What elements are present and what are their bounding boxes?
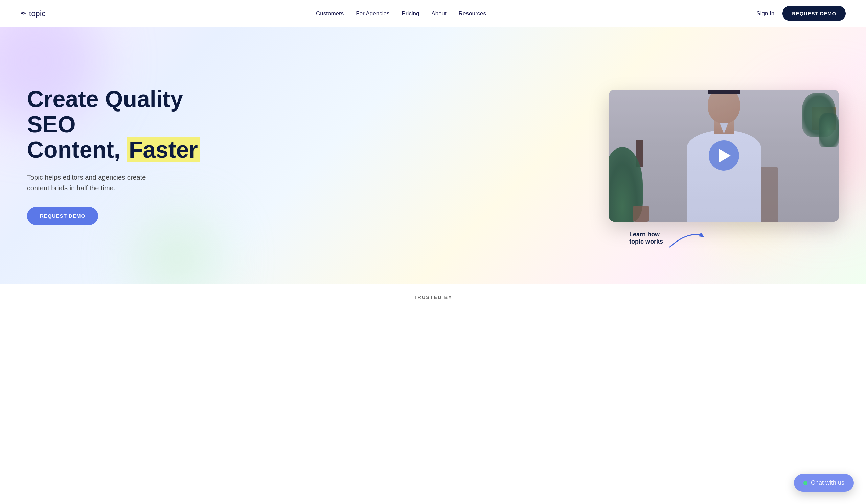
blob-green (135, 216, 220, 284)
learn-how-label: Learn how topic works (629, 231, 663, 245)
learn-how-arrow (666, 228, 707, 252)
nav-about[interactable]: About (431, 10, 446, 16)
video-play-overlay[interactable] (609, 90, 839, 222)
logo-link[interactable]: ✒ topic (20, 9, 46, 18)
trusted-by-label: TRUSTED BY (0, 294, 866, 300)
nav-right: Sign In REQUEST DEMO (756, 6, 846, 21)
navbar: ✒ topic Customers For Agencies Pricing A… (0, 0, 866, 27)
sign-in-link[interactable]: Sign In (756, 10, 774, 17)
nav-for-agencies[interactable]: For Agencies (356, 10, 389, 16)
nav-customers[interactable]: Customers (316, 10, 344, 16)
request-demo-hero-button[interactable]: REQUEST DEMO (27, 207, 98, 225)
logo-text: topic (29, 9, 46, 18)
request-demo-nav-button[interactable]: REQUEST DEMO (782, 6, 846, 21)
hero-heading-line1: Create Quality SEO (27, 86, 183, 137)
logo-icon: ✒ (20, 10, 26, 17)
nav-resources[interactable]: Resources (459, 10, 486, 16)
play-button[interactable] (709, 141, 739, 171)
learn-how-text2: topic works (629, 238, 663, 245)
hero-section: Create Quality SEO Content, Faster Topic… (0, 27, 866, 284)
hero-heading-line2: Content, (27, 137, 127, 163)
play-icon (719, 149, 731, 163)
hero-heading-highlight: Faster (127, 137, 200, 163)
nav-pricing[interactable]: Pricing (401, 10, 419, 16)
hero-right: Learn how topic works (203, 90, 839, 222)
nav-links: Customers For Agencies Pricing About Res… (316, 10, 486, 17)
hero-left: Create Quality SEO Content, Faster Topic… (27, 86, 203, 225)
video-container[interactable] (609, 90, 839, 222)
hero-heading: Create Quality SEO Content, Faster (27, 86, 203, 162)
hero-subtext: Topic helps editors and agencies create … (27, 172, 203, 193)
learn-how-text: Learn how (629, 231, 663, 238)
trusted-by-section: TRUSTED BY (0, 284, 866, 307)
